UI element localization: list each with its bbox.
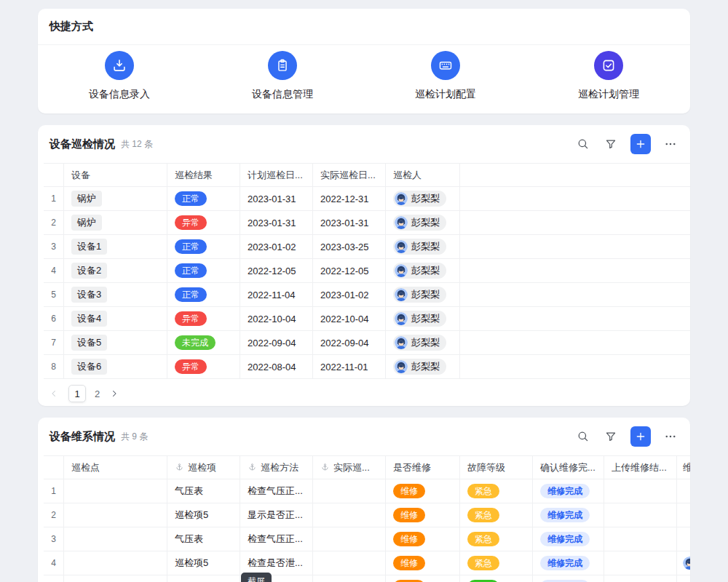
col-actual-date[interactable]: 实际巡检日... [313,164,386,186]
table-row[interactable]: 5 设备3 正常 2022-11-04 2023-01-02 彭梨梨 [44,283,690,307]
device-tag: 设备1 [71,239,107,255]
table-row[interactable]: 3 气压表 检查气压正... 维修 紧急 维修完成 [44,527,690,551]
avatar [395,336,408,349]
result-badge: 正常 [175,263,207,278]
device-cell: 设备6 [64,355,167,378]
plan-date-cell: 2023-01-31 [240,211,313,234]
table-row[interactable]: 5 巡检项5 显示是否正... 维修 一般 维修完成 [44,575,690,582]
filter-icon[interactable] [603,136,619,152]
page-1-button[interactable]: 1 [68,385,86,402]
col-plan-date[interactable]: 计划巡检日... [240,164,313,186]
upload-cell [604,503,677,527]
col-result[interactable]: 巡检结果 [167,164,240,186]
point-cell [64,575,167,582]
actual-date-cell: 2023-03-25 [313,235,386,258]
col-inspector[interactable]: 巡检人 [386,164,460,186]
col-item[interactable]: 巡检项 [167,456,240,479]
more-icon[interactable] [662,428,678,445]
maintenance-header: 设备维系情况 共 9 条 [38,418,690,455]
maintenance-table-wrap: 巡检点 巡检项 巡检方法 实际巡... 是否维修 故障等级 确认维修完... 上… [44,455,690,582]
next-page-icon[interactable] [108,388,120,399]
col-upload[interactable]: 上传维修结... [604,456,677,479]
lookup-icon [248,463,257,472]
shortcut-plan-manage[interactable]: 巡检计划管理 [527,51,690,101]
device-cell: 设备1 [64,235,167,258]
shortcut-device-manage[interactable]: 设备信息管理 [201,51,364,101]
table-row[interactable]: 8 设备6 异常 2022-08-04 2022-11-01 彭梨梨 [44,355,690,379]
device-cell: 设备3 [64,283,167,306]
result-cell: 正常 [167,187,240,210]
last-cell [677,503,690,527]
result-cell: 异常 [167,307,240,330]
page-2-button[interactable]: 2 [95,388,100,399]
confirm-button[interactable]: 维修完成 [540,532,590,546]
col-level[interactable]: 故障等级 [460,456,533,479]
filler-cell [460,235,690,258]
more-icon[interactable] [662,136,678,152]
upload-cell [604,527,677,551]
table-row[interactable]: 3 设备1 正常 2023-01-02 2023-03-25 彭梨梨 [44,235,690,259]
table-row[interactable]: 4 设备2 正常 2022-12-05 2022-12-05 彭梨梨 [44,259,690,283]
col-device[interactable]: 设备 [64,164,167,186]
result-cell: 异常 [167,355,240,378]
add-record-button[interactable] [630,426,651,447]
maintenance-count: 共 9 条 [121,431,148,443]
search-icon[interactable] [575,428,591,445]
col-point[interactable]: 巡检点 [64,456,167,479]
method-cell: 检查气压正... [240,527,313,551]
confirm-button[interactable]: 维修完成 [540,484,590,498]
prev-page-icon[interactable] [48,388,60,399]
last-cell [677,527,690,551]
inspection-title: 设备巡检情况 [50,137,115,151]
col-method[interactable]: 巡检方法 [240,456,313,479]
actual-date-cell: 2022-10-04 [313,307,386,330]
level-cell: 紧急 [460,479,533,503]
filter-icon[interactable] [603,428,619,445]
confirm-button[interactable]: 维修完成 [540,556,590,570]
row-number: 8 [44,355,64,378]
last-cell [677,575,690,582]
screenshot-button[interactable]: 截屏 [241,573,272,582]
row-number: 2 [44,211,64,234]
method-cell: 检查是否泄... [240,551,313,575]
item-cell: 巡检项5 [167,503,240,527]
table-row[interactable]: 2 巡检项5 显示是否正... 维修 紧急 维修完成 [44,503,690,527]
point-cell [64,551,167,575]
person-name: 彭梨梨 [411,360,440,373]
avatar [395,360,408,373]
person-name: 彭梨梨 [411,192,440,205]
col-actual[interactable]: 实际巡... [313,456,386,479]
repair-badge: 维修 [393,484,425,498]
filler-cell [460,164,690,186]
level-badge: 紧急 [467,556,499,570]
table-row[interactable]: 1 气压表 检查气压正... 维修 紧急 维修完成 [44,479,690,503]
item-cell: 气压表 [167,479,240,503]
shortcut-plan-config[interactable]: 巡检计划配置 [364,51,527,101]
add-record-button[interactable] [630,134,651,154]
confirm-button[interactable]: 维修完成 [540,508,590,522]
col-last[interactable]: 维 [677,456,690,479]
actual-date-cell: 2022-09-04 [313,331,386,354]
search-icon[interactable] [575,136,591,152]
table-row[interactable]: 4 巡检项5 检查是否泄... 维修 紧急 维修完成 [44,551,690,575]
shortcut-device-entry[interactable]: 设备信息录入 [38,51,201,101]
plan-date-cell: 2022-11-04 [240,283,313,306]
plan-date-cell: 2022-10-04 [240,307,313,330]
table-row[interactable]: 6 设备4 异常 2022-10-04 2022-10-04 彭梨梨 [44,307,690,331]
row-number: 3 [44,235,64,258]
col-confirm[interactable]: 确认维修完... [533,456,604,479]
table-row[interactable]: 2 锅炉 异常 2023-01-31 2023-01-31 彭梨梨 [44,211,690,235]
item-cell: 巡检项5 [167,575,240,582]
col-repair[interactable]: 是否维修 [386,456,460,479]
maintenance-card: 设备维系情况 共 9 条 巡检点 巡检项 巡检方法 实际巡... 是否维修 故障… [38,418,690,582]
table-row[interactable]: 1 锅炉 正常 2023-01-31 2022-12-31 彭梨梨 [44,187,690,211]
plan-date-cell: 2023-01-02 [240,235,313,258]
level-cell: 紧急 [460,527,533,551]
person-name: 彭梨梨 [411,336,440,349]
filler-cell [460,331,690,354]
table-row[interactable]: 7 设备5 未完成 2022-09-04 2022-09-04 彭梨梨 [44,331,690,355]
avatar [395,288,408,301]
result-badge: 异常 [175,311,207,326]
result-cell: 正常 [167,235,240,258]
row-number: 7 [44,331,64,354]
